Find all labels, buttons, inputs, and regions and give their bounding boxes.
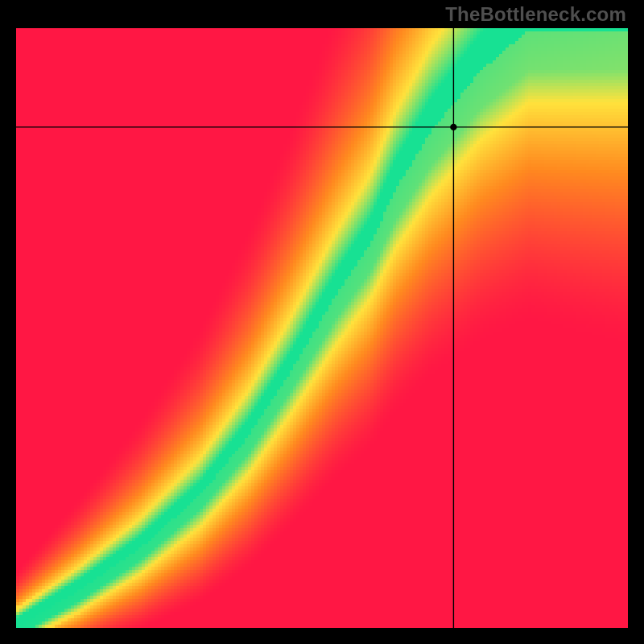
heatmap-plot (16, 28, 628, 628)
heatmap-canvas (16, 28, 628, 628)
chart-frame: TheBottleneck.com (0, 0, 644, 644)
watermark-text: TheBottleneck.com (445, 3, 626, 26)
